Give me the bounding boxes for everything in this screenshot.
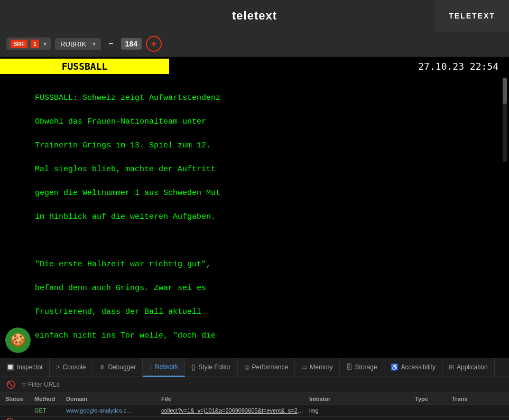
tt-line11: einfach nicht ins Tor wolle, "doch die — [35, 331, 216, 340]
teletext-content: FUSSBALL: Schweiz zeigt Aufwärtstendenz … — [0, 76, 509, 358]
row-file-0: collect?v=1&_v=j101&a=2069093605&t=event… — [159, 407, 307, 414]
channel-selector[interactable]: SRF 1 ▾ — [6, 38, 51, 50]
teletext-header: FUSSBALL 27.10.23 22:54 — [0, 57, 509, 76]
col-type: Type — [413, 395, 450, 403]
tt-line3: Trainerin Grings im 13. Spiel zum 12. — [35, 141, 211, 150]
tab-console[interactable]: >Console — [50, 358, 92, 377]
tab-label-storage: Storage — [355, 363, 377, 371]
tt-line8: "Die erste Halbzeit war richtig gut", — [35, 260, 211, 269]
tab-label-debugger: Debugger — [108, 363, 136, 371]
col-method: Method — [32, 395, 64, 403]
rubrik-dropdown-arrow: ▾ — [92, 40, 96, 48]
tab-performance[interactable]: ◎Performance — [238, 358, 295, 377]
network-table: Status Method Domain File Initiator Type… — [0, 393, 509, 421]
tab-label-console: Console — [62, 363, 86, 371]
console-icon: > — [56, 363, 60, 371]
tab-network[interactable]: ↕Network — [143, 358, 185, 377]
teletext-area: FUSSBALL 27.10.23 22:54 FUSSBALL: Schwei… — [0, 57, 509, 358]
tab-label-application: Application — [457, 363, 488, 371]
browser-top-right: TELETEXT — [435, 0, 509, 32]
table-header: Status Method Domain File Initiator Type… — [0, 393, 509, 405]
tt-line1: FUSSBALL: Schweiz zeigt Aufwärtstendenz — [35, 94, 220, 102]
tt-line9: befand denn auch Grings. Zwar sei es — [35, 284, 206, 293]
performance-icon: ◎ — [244, 363, 249, 371]
filter-icon: ▽ — [22, 381, 26, 388]
devtools-tabs: 🔲Inspector>Console⏸Debugger↕Network{}Sty… — [0, 358, 509, 377]
channel-dropdown-arrow: ▾ — [43, 40, 47, 48]
row-method-0: GET — [32, 407, 64, 414]
storage-icon: 🗄 — [346, 363, 353, 371]
col-trans: Trans — [450, 395, 487, 403]
srf-badge: SRF — [11, 40, 27, 48]
table-row[interactable]: 🚫GETwww.google-analytics.c...collect?v=1… — [0, 417, 509, 421]
tab-style-editor[interactable]: {}Style Editor — [185, 358, 237, 377]
row-status-1: 🚫 — [3, 418, 32, 420]
filter-input-wrap: ▽ Filter URLs — [22, 381, 60, 388]
teletext-header-title: FUSSBALL — [0, 59, 169, 74]
tab-debugger[interactable]: ⏸Debugger — [92, 358, 143, 377]
filter-label: Filter URLs — [28, 381, 60, 388]
tab-label-performance: Performance — [252, 363, 289, 371]
network-toolbar: 🚫 ▽ Filter URLs — [0, 377, 509, 393]
accessibility-icon: ♿ — [391, 363, 399, 371]
browser-top-bar: teletext TELETEXT — [0, 0, 509, 32]
col-status: Status — [3, 395, 32, 403]
cookie-icon[interactable]: 🍪 — [5, 328, 31, 353]
tab-label-inspector: Inspector — [17, 363, 43, 371]
table-row[interactable]: GETwww.google-analytics.c...collect?v=1&… — [0, 405, 509, 417]
tt-line10: frustrierend, dass der Ball aktuell — [35, 307, 201, 316]
tt-line5: gegen die Weltnummer 1 aus Schweden Mut — [35, 189, 220, 198]
rubrik-selector[interactable]: RUBRIK ▾ — [55, 38, 101, 50]
minus-button[interactable]: − — [105, 39, 116, 49]
rubrik-label: RUBRIK — [60, 40, 86, 48]
tt-line4: Mal sieglos blieb, machte der Auftritt — [35, 165, 216, 174]
col-file: File — [159, 395, 307, 403]
tab-storage[interactable]: 🗄Storage — [340, 358, 384, 377]
scroll-indicator[interactable] — [503, 78, 507, 162]
debugger-icon: ⏸ — [99, 363, 105, 371]
row-domain-0: www.google-analytics.c... — [64, 407, 159, 414]
row-initiator-0: img — [307, 407, 413, 414]
scroll-thumb — [503, 78, 507, 104]
tab-label-memory: Memory — [310, 363, 332, 371]
tab-application[interactable]: ⊞Application — [442, 358, 495, 377]
table-body: GETwww.google-analytics.c...collect?v=1&… — [0, 405, 509, 421]
network-icon: ↕ — [149, 363, 152, 370]
browser-title: teletext — [232, 9, 277, 23]
col-initiator: Initiator — [307, 395, 413, 403]
tab-inspector[interactable]: 🔲Inspector — [0, 358, 50, 377]
browser-top-right-text: TELETEXT — [449, 12, 495, 20]
teletext-text: FUSSBALL: Schweiz zeigt Aufwärtstendenz … — [6, 80, 503, 354]
page-number: 184 — [121, 38, 142, 50]
controls-bar: SRF 1 ▾ RUBRIK ▾ − 184 + — [0, 32, 509, 57]
clear-button[interactable]: 🚫 — [4, 379, 17, 390]
tab-label-accessibility: Accessibility — [401, 363, 436, 371]
tab-label-style-editor: Style Editor — [198, 363, 230, 371]
col-domain: Domain — [64, 395, 159, 403]
tab-label-network: Network — [155, 363, 178, 370]
tt-line6: im Hinblick auf die weiteren Aufgaben. — [35, 212, 216, 221]
one-badge: 1 — [31, 40, 39, 48]
application-icon: ⊞ — [449, 363, 454, 371]
tt-line2: Obwohl das Frauen-Nationalteam unter — [35, 117, 206, 126]
style-editor-icon: {} — [191, 363, 196, 371]
plus-button[interactable]: + — [146, 36, 162, 52]
inspector-icon: 🔲 — [6, 363, 14, 371]
tab-accessibility[interactable]: ♿Accessibility — [384, 358, 442, 377]
memory-icon: ▭ — [301, 363, 307, 371]
tab-memory[interactable]: ▭Memory — [295, 358, 339, 377]
teletext-header-datetime: 27.10.23 22:54 — [169, 59, 509, 74]
